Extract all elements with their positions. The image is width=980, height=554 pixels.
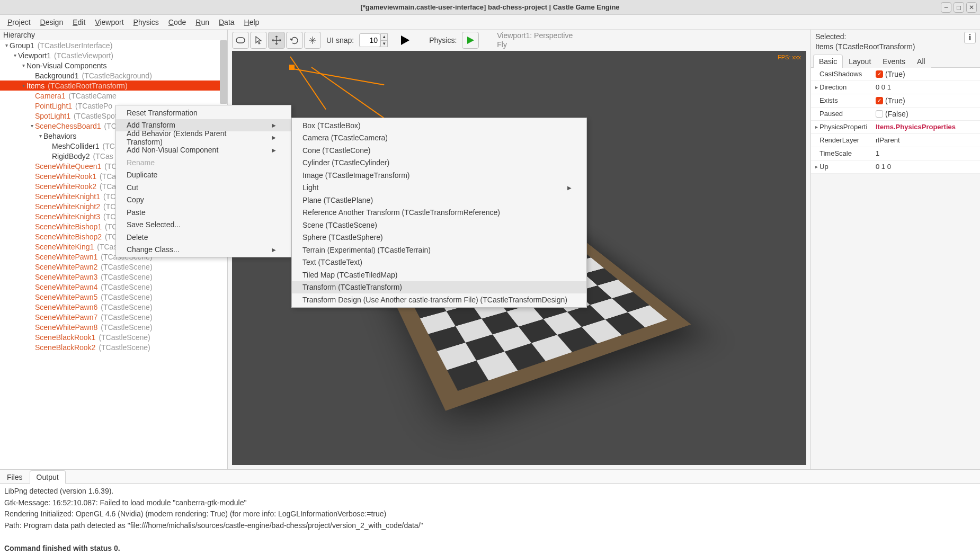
property-row[interactable]: CastShadows✓(True) [811, 68, 980, 81]
tab-basic[interactable]: Basic [813, 55, 843, 68]
checkbox-icon[interactable] [876, 110, 883, 118]
play-button[interactable] [398, 32, 411, 49]
inspector-info-button[interactable]: i [964, 32, 976, 43]
close-button[interactable]: ✕ [966, 2, 977, 13]
menu-code[interactable]: Code [164, 17, 190, 28]
menu-run[interactable]: Run [191, 17, 213, 28]
menu-project[interactable]: Project [3, 17, 35, 28]
context-item[interactable]: Cut [116, 181, 291, 194]
chevron-down-icon[interactable]: ▾ [12, 52, 18, 58]
interact-tool-button[interactable] [232, 32, 249, 49]
context-item[interactable]: Add Non-Visual Component▶ [116, 144, 291, 157]
tab-all[interactable]: All [911, 55, 931, 68]
tree-node[interactable]: SceneWhitePawn8(TCastleScene) [0, 322, 227, 332]
property-value[interactable]: 0 0 1 [876, 83, 978, 91]
select-tool-button[interactable] [250, 32, 267, 49]
menu-data[interactable]: Data [215, 17, 239, 28]
tab-output[interactable]: Output [30, 470, 66, 484]
context-item[interactable]: Light▶ [292, 182, 586, 194]
ui-snap-up[interactable]: ▲ [380, 33, 388, 40]
tree-node[interactable]: SceneWhitePawn4(TCastleScene) [0, 282, 227, 292]
context-item[interactable]: Plane (TCastlePlane) [292, 194, 586, 207]
menu-design[interactable]: Design [36, 17, 68, 28]
context-item[interactable]: Tiled Map (TCastleTiledMap) [292, 269, 586, 281]
tab-events[interactable]: Events [877, 55, 911, 68]
tab-layout[interactable]: Layout [843, 55, 877, 68]
chevron-right-icon[interactable]: ▸ [813, 164, 819, 169]
context-item[interactable]: Duplicate [116, 169, 291, 182]
property-value[interactable]: (False) [876, 110, 978, 118]
context-item[interactable]: Save Selected... [116, 219, 291, 231]
context-item[interactable]: Reset Transformation [116, 106, 291, 119]
property-row[interactable]: ▸Up0 1 0 [811, 160, 980, 174]
menu-viewport[interactable]: Viewport [91, 17, 128, 28]
checkbox-icon[interactable]: ✓ [876, 97, 883, 104]
property-row[interactable]: ▸Direction0 0 1 [811, 81, 980, 94]
physics-play-button[interactable] [462, 32, 479, 49]
menu-edit[interactable]: Edit [68, 17, 90, 28]
tree-node[interactable]: SceneWhitePawn7(TCastleScene) [0, 312, 227, 322]
context-menu[interactable]: Reset TransformationAdd Transform▶Add Be… [115, 105, 291, 257]
chevron-right-icon[interactable]: ▸ [813, 84, 819, 90]
property-row[interactable]: TimeScale1 [811, 147, 980, 160]
property-value[interactable]: 1 [876, 149, 978, 157]
context-item[interactable]: Text (TCastleText) [292, 256, 586, 269]
property-value[interactable]: ✓(True) [876, 96, 978, 105]
property-value[interactable]: rlParent [876, 136, 978, 144]
context-item[interactable]: Cone (TCastleCone) [292, 144, 586, 157]
tree-node[interactable]: SceneBlackRook2(TCastleScene) [0, 342, 227, 352]
property-value[interactable]: 0 1 0 [876, 163, 978, 171]
rotate-tool-button[interactable] [286, 32, 303, 49]
chevron-right-icon[interactable]: ▸ [813, 124, 819, 130]
menu-physics[interactable]: Physics [129, 17, 163, 28]
property-value[interactable]: ✓(True) [876, 70, 978, 78]
context-item[interactable]: Copy [116, 194, 291, 207]
move-tool-button[interactable] [268, 32, 285, 49]
tree-scrollbar[interactable] [220, 40, 227, 104]
context-item[interactable]: Cylinder (TCastleCylinder) [292, 157, 586, 169]
output-text[interactable]: LibPng detected (version 1.6.39).Gtk-Mes… [0, 484, 980, 554]
context-item[interactable]: Sphere (TCastleSphere) [292, 231, 586, 244]
tree-node[interactable]: Background1(TCastleBackground) [0, 70, 227, 81]
property-row[interactable]: Paused(False) [811, 108, 980, 121]
property-row[interactable]: RenderLayerrlParent [811, 134, 980, 147]
tree-node[interactable]: ▾Viewport1(TCastleViewport) [0, 50, 227, 60]
context-item[interactable]: Image (TCastleImageTransform) [292, 169, 586, 182]
context-item[interactable]: Transform (TCastleTransform) [292, 281, 586, 294]
context-item[interactable]: Paste [116, 206, 291, 219]
tree-node[interactable]: SceneWhitePawn3(TCastleScene) [0, 272, 227, 282]
checkbox-icon[interactable]: ✓ [876, 70, 883, 78]
chevron-down-icon[interactable]: ▾ [29, 123, 35, 129]
property-value[interactable]: Items.PhysicsProperties [876, 123, 978, 131]
ui-snap-down[interactable]: ▼ [380, 40, 388, 47]
context-item[interactable]: Add Behavior (Extends Parent Transform)▶ [116, 131, 291, 144]
tree-node[interactable]: SceneBlackRook1(TCastleScene) [0, 332, 227, 342]
tree-node[interactable]: SceneWhitePawn6(TCastleScene) [0, 302, 227, 312]
tree-node[interactable]: Camera1(TCastleCame [0, 91, 227, 101]
menu-help[interactable]: Help [240, 17, 264, 28]
tree-node[interactable]: SceneWhitePawn2(TCastleScene) [0, 262, 227, 272]
chevron-down-icon[interactable]: ▾ [20, 62, 26, 68]
scale-tool-button[interactable] [304, 32, 321, 49]
tab-files[interactable]: Files [0, 470, 30, 484]
chevron-down-icon[interactable]: ▾ [37, 133, 43, 139]
tree-node[interactable]: SceneWhitePawn5(TCastleScene) [0, 292, 227, 302]
minimize-button[interactable]: – [941, 2, 951, 13]
ui-snap-input[interactable] [359, 33, 380, 47]
context-item[interactable]: Change Class...▶ [116, 244, 291, 256]
maximize-button[interactable]: ◻ [954, 2, 964, 13]
chevron-down-icon[interactable]: ▾ [20, 83, 26, 88]
context-item[interactable]: Delete [116, 231, 291, 244]
context-submenu-add-transform[interactable]: Box (TCastleBox)Camera (TCastleCamera)Co… [291, 118, 587, 308]
chevron-down-icon[interactable]: ▾ [3, 42, 10, 48]
property-row[interactable]: Exists✓(True) [811, 94, 980, 108]
tree-node[interactable]: ▾Items(TCastleRootTransform) [0, 81, 227, 91]
property-row[interactable]: ▸PhysicsPropertiItems.PhysicsProperties [811, 121, 980, 134]
context-item[interactable]: Transform Design (Use Another castle-tra… [292, 293, 586, 306]
context-item[interactable]: Reference Another Transform (TCastleTran… [292, 207, 586, 219]
tree-node[interactable]: ▾Non-Visual Components [0, 60, 227, 70]
context-item[interactable]: Terrain (Experimental) (TCastleTerrain) [292, 244, 586, 256]
tree-node[interactable]: ▾Group1(TCastleUserInterface) [0, 40, 227, 50]
context-item[interactable]: Box (TCastleBox) [292, 119, 586, 132]
context-item[interactable]: Scene (TCastleScene) [292, 219, 586, 231]
